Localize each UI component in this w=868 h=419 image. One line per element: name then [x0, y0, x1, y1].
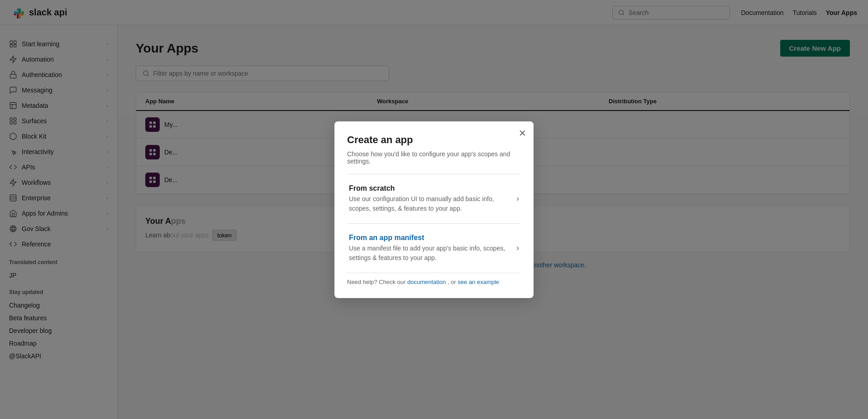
option-manifest-desc: Use a manifest file to add your app's ba… — [349, 244, 511, 263]
modal-title: Create an app — [347, 134, 521, 146]
modal-divider-top — [347, 174, 521, 174]
option-manifest-arrow: › — [516, 243, 519, 253]
option-scratch-arrow: › — [516, 194, 519, 203]
create-app-modal: ✕ Create an app Choose how you'd like to… — [334, 121, 534, 298]
modal-help-example-link[interactable]: see an example — [458, 279, 499, 285]
modal-option-from-scratch[interactable]: From scratch Use our configuration UI to… — [347, 176, 521, 222]
modal-divider-middle — [347, 223, 521, 224]
option-manifest-title: From an app manifest — [349, 234, 511, 242]
modal-help-text: Need help? Check our documentation , or … — [347, 279, 521, 285]
option-scratch-title: From scratch — [349, 184, 511, 193]
modal-divider-bottom — [347, 273, 521, 273]
modal-option-from-manifest[interactable]: From an app manifest Use a manifest file… — [347, 226, 521, 271]
modal-subtitle: Choose how you'd like to configure your … — [347, 150, 521, 165]
modal-close-button[interactable]: ✕ — [519, 129, 526, 138]
modal-help-docs-link[interactable]: documentation — [407, 279, 446, 285]
modal-overlay[interactable]: ✕ Create an app Choose how you'd like to… — [0, 0, 868, 419]
option-scratch-desc: Use our configuration UI to manually add… — [349, 194, 511, 213]
